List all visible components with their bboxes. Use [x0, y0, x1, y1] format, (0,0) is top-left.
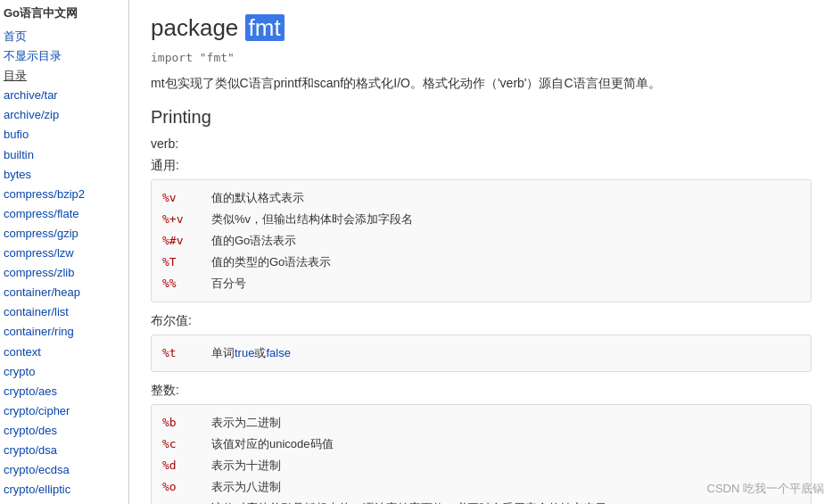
sidebar-item[interactable]: builtin [4, 145, 125, 165]
sidebar: Go语言中文网 首页不显示目录目录archive/tararchive/zipb… [0, 0, 129, 504]
table-row: %+v类似%v，但输出结构体时会添加字段名 [162, 209, 800, 230]
desc-cell: 表示为二进制 [211, 415, 800, 431]
sidebar-item[interactable]: crypto/elliptic [4, 480, 125, 500]
sidebar-item[interactable]: compress/zlib [4, 263, 125, 283]
desc-cell: 百分号 [211, 276, 800, 292]
desc-cell: 值的Go语法表示 [211, 233, 800, 249]
sidebar-item[interactable]: compress/flate [4, 204, 125, 224]
table-row: %d表示为十进制 [162, 455, 800, 476]
sidebar-item[interactable]: archive/zip [4, 105, 125, 125]
table-row: %t单词true或false [162, 343, 800, 364]
sidebar-item[interactable]: crypto/hmac [4, 500, 125, 504]
desc-cell: 表示为十进制 [211, 458, 800, 474]
desc-text: mt包实现了类似C语言printf和scanf的格式化I/O。格式化动作（'ve… [151, 76, 661, 90]
sidebar-item[interactable]: archive/tar [4, 86, 125, 105]
table-row: %T值的类型的Go语法表示 [162, 252, 800, 273]
sidebar-item[interactable]: compress/gzip [4, 224, 125, 244]
sidebar-item[interactable]: crypto/aes [4, 382, 125, 401]
package-title: package fmt [151, 14, 812, 42]
code-cell: %b [162, 416, 211, 429]
code-cell: %o [162, 480, 211, 493]
sidebar-item[interactable]: context [4, 343, 125, 362]
sidebar-item[interactable]: container/ring [4, 322, 125, 342]
sidebar-item: 目录 [4, 66, 125, 86]
sidebar-item[interactable]: 首页 [4, 27, 125, 46]
verb-label: verb: [151, 136, 812, 151]
code-cell: %d [162, 459, 211, 472]
sidebar-item[interactable]: bytes [4, 165, 125, 185]
general-rows: %v值的默认格式表示%+v类似%v，但输出结构体时会添加字段名%#v值的Go语法… [162, 187, 800, 294]
table-row: %%百分号 [162, 273, 800, 294]
table-row: %v值的默认格式表示 [162, 187, 800, 209]
desc-cell: 类似%v，但输出结构体时会添加字段名 [211, 211, 800, 227]
desc-cell: 单词true或false [211, 345, 800, 361]
table-row: %#v值的Go语法表示 [162, 230, 800, 252]
sidebar-item[interactable]: compress/bzip2 [4, 185, 125, 204]
code-cell: %v [162, 191, 211, 204]
sidebar-item[interactable]: compress/lzw [4, 244, 125, 263]
desc-cell: 值的默认格式表示 [211, 190, 800, 206]
sidebar-item[interactable]: crypto/dsa [4, 441, 125, 460]
import-line: import "fmt" [151, 51, 812, 64]
table-row: %c该值对应的unicode码值 [162, 434, 800, 455]
sidebar-item[interactable]: container/heap [4, 283, 125, 302]
int-rows: %b表示为二进制%c该值对应的unicode码值%d表示为十进制%o表示为八进制… [162, 412, 800, 504]
package-prefix: package [151, 14, 238, 41]
bool-rows: %t单词true或false [162, 343, 800, 364]
sidebar-item[interactable]: crypto [4, 362, 125, 382]
desc-cell: 值的类型的Go语法表示 [211, 254, 800, 270]
int-label: 整数: [151, 383, 812, 399]
code-cell: %#v [162, 234, 211, 247]
bool-label: 布尔值: [151, 313, 812, 329]
sidebar-item[interactable]: crypto/des [4, 421, 125, 441]
sidebar-item[interactable]: crypto/cipher [4, 401, 125, 421]
watermark: CSDN 吃我一个平底锅 [707, 481, 824, 497]
package-description: mt包实现了类似C语言printf和scanf的格式化I/O。格式化动作（'ve… [151, 73, 812, 93]
printing-section-title: Printing [151, 107, 812, 128]
sidebar-title: Go语言中文网 [4, 5, 125, 21]
desc-cell: 该值对应的单引号括起来的go语法字符字面值，必要时会采用安全的转义表示 [211, 500, 800, 504]
table-row: %b表示为二进制 [162, 412, 800, 434]
general-table: %v值的默认格式表示%+v类似%v，但输出结构体时会添加字段名%#v值的Go语法… [151, 179, 812, 302]
code-cell: %% [162, 277, 211, 290]
sidebar-item[interactable]: crypto/ecdsa [4, 460, 125, 480]
sidebar-item[interactable]: 不显示目录 [4, 46, 125, 66]
desc-cell: 该值对应的unicode码值 [211, 436, 800, 452]
sidebar-links: 首页不显示目录目录archive/tararchive/zipbufiobuil… [4, 27, 125, 504]
code-cell: %t [162, 346, 211, 359]
link-true: true [235, 346, 254, 359]
code-cell: %c [162, 437, 211, 450]
main-content: package fmt import "fmt" mt包实现了类似C语言prin… [129, 0, 833, 504]
code-cell: %+v [162, 212, 211, 226]
code-cell: %T [162, 255, 211, 269]
bool-table: %t单词true或false [151, 335, 812, 372]
sidebar-item[interactable]: container/list [4, 302, 125, 322]
table-row: %o表示为八进制 [162, 476, 800, 498]
table-row: %q该值对应的单引号括起来的go语法字符字面值，必要时会采用安全的转义表示 [162, 498, 800, 504]
link-false: false [266, 346, 290, 359]
sidebar-item[interactable]: bufio [4, 125, 125, 145]
general-label: 通用: [151, 158, 812, 174]
package-name: fmt [245, 14, 285, 41]
